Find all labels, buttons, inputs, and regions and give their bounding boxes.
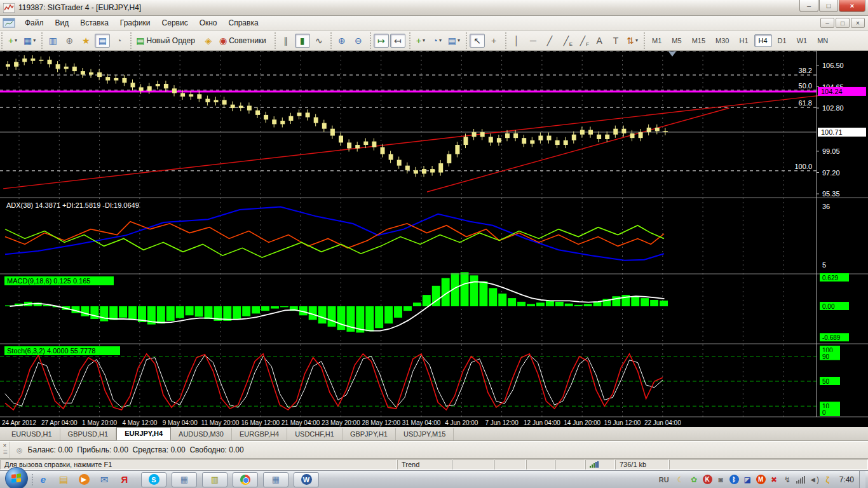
start-button[interactable] xyxy=(5,467,28,488)
terminal-close-button[interactable]: × xyxy=(3,442,6,449)
restore-button[interactable]: □ xyxy=(819,0,838,12)
timeframe-h1[interactable]: H1 xyxy=(735,34,752,47)
expert-warning-button[interactable]: ◈ xyxy=(201,34,216,48)
tab-usdjpy-m15[interactable]: USDJPY,M15 xyxy=(396,428,454,440)
zoom-out-button[interactable]: ⊖ xyxy=(351,34,366,48)
show-desktop-button[interactable] xyxy=(859,471,865,488)
menu-item-0[interactable]: Файл xyxy=(19,17,50,29)
media-player-icon[interactable]: ▶ xyxy=(76,472,92,487)
kaspersky-icon[interactable]: K xyxy=(702,473,714,485)
timeframe-m1[interactable]: M1 xyxy=(648,34,666,47)
explorer-folder-icon[interactable]: ▤ xyxy=(55,472,72,487)
tab-eurgbp-h4[interactable]: EURGBP,H4 xyxy=(232,428,287,440)
fibonacci-button[interactable]: ╱F xyxy=(575,34,590,48)
timeframe-h4[interactable]: H4 xyxy=(754,34,772,47)
bluetooth-icon[interactable]: ᛒ xyxy=(728,473,740,485)
close-button[interactable]: × xyxy=(839,0,865,12)
status-template-name[interactable]: Trend xyxy=(397,459,452,470)
navigator-button[interactable]: ★ xyxy=(78,34,93,48)
ie-icon[interactable]: e xyxy=(35,472,51,487)
screenshot-icon[interactable]: ◙ xyxy=(715,473,727,485)
terminal-grip[interactable]: ☰ xyxy=(3,449,6,455)
zoom-in-button[interactable]: ⊕ xyxy=(334,34,349,48)
app-icon xyxy=(3,3,15,13)
tab-eurjpy-h4[interactable]: EURJPY,H4 xyxy=(116,427,171,440)
dropdown-arrow-icon: ▾ xyxy=(439,37,442,43)
mailru-agent-icon[interactable]: M xyxy=(755,473,767,485)
power-plug-icon[interactable]: ↯ xyxy=(782,473,794,485)
menu-items: ФайлВидВставкаГрафикиСервисОкноСправка xyxy=(19,17,264,29)
arrows-button[interactable]: ⇅▾ xyxy=(625,34,640,48)
word-task[interactable]: W xyxy=(294,472,319,487)
taskbar-clock[interactable]: 7:40 xyxy=(839,475,854,484)
tab-eurusd-h1[interactable]: EURUSD,H1 xyxy=(4,428,60,440)
vertical-line-button[interactable]: │ xyxy=(509,34,524,48)
child-restore-button[interactable]: □ xyxy=(836,18,850,28)
app-window2-task[interactable]: ▦ xyxy=(263,472,288,487)
terminal-button[interactable]: ▤ xyxy=(95,34,110,48)
menu-item-5[interactable]: Окно xyxy=(194,17,223,29)
new-order-button[interactable]: ▤Новый Ордер xyxy=(134,34,200,48)
child-minimize-button[interactable]: – xyxy=(820,18,834,28)
timeframe-mn[interactable]: MN xyxy=(813,34,832,47)
cursor-button[interactable]: ↖ xyxy=(470,34,485,48)
signal-bars-icon[interactable] xyxy=(795,473,807,485)
text-label-button[interactable]: T xyxy=(608,34,623,48)
text-button[interactable]: A xyxy=(592,34,607,48)
chrome-task[interactable] xyxy=(233,472,258,487)
auto-scroll-button[interactable]: ↦ xyxy=(374,34,389,48)
dragon-icon[interactable]: ζ xyxy=(822,473,834,485)
language-indicator[interactable]: RU xyxy=(659,476,669,484)
icq-icon[interactable]: ✿ xyxy=(688,473,700,485)
timeframe-m30[interactable]: M30 xyxy=(711,34,733,47)
new-chart-button[interactable]: +▾ xyxy=(5,34,20,48)
indicators-button[interactable]: +▾ xyxy=(413,34,428,48)
tab-audusd-m30[interactable]: AUDUSD,M30 xyxy=(171,428,232,440)
volume-icon[interactable]: ◄) xyxy=(808,473,820,485)
skype-task[interactable]: S xyxy=(141,472,166,487)
menu-item-6[interactable]: Справка xyxy=(223,17,264,29)
menu-item-4[interactable]: Сервис xyxy=(156,17,194,29)
tab-usdchf-h1[interactable]: USDCHF,H1 xyxy=(287,428,342,440)
dropdown-arrow-icon: ▾ xyxy=(33,37,36,43)
market-watch-button[interactable]: ▥ xyxy=(45,34,60,48)
network-error-icon[interactable]: ✖ xyxy=(768,473,780,485)
chart-canvas[interactable]: 23.638.250.061.8100.0ADX(38) 14.3871 +DI… xyxy=(0,51,868,427)
vertical-line-icon: │ xyxy=(514,36,520,45)
app-blue-icon[interactable]: ◪ xyxy=(742,473,754,485)
horizontal-line-button[interactable]: ─ xyxy=(526,34,541,48)
mailru-agent-icon-glyph: M xyxy=(756,475,766,484)
strategy-tester-button[interactable]: ◔ xyxy=(111,34,126,48)
profiles-button[interactable]: ▦▾ xyxy=(22,34,37,48)
toolbar-group-7: ↖+ xyxy=(466,32,504,49)
crosshair-button[interactable]: + xyxy=(486,34,501,48)
child-close-button[interactable]: × xyxy=(851,18,865,28)
menu-item-1[interactable]: Вид xyxy=(50,17,75,29)
tab-gbpjpy-h1[interactable]: GBPJPY,H1 xyxy=(342,428,396,440)
menu-item-2[interactable]: Вставка xyxy=(74,17,114,29)
timeframe-w1[interactable]: W1 xyxy=(792,34,812,47)
trading-terminal-task[interactable]: ▥ xyxy=(202,472,227,487)
menu-item-3[interactable]: Графики xyxy=(114,17,156,29)
timeframe-m15[interactable]: M15 xyxy=(688,34,710,47)
mail-icon[interactable]: ✉ xyxy=(96,472,112,487)
line-chart-button[interactable]: ∿ xyxy=(311,34,327,48)
minimize-button[interactable]: – xyxy=(799,0,818,12)
dropdown-arrow-icon: ▾ xyxy=(458,37,460,43)
templates-button[interactable]: ▤▾ xyxy=(446,34,462,48)
app-window-task[interactable]: ▦ xyxy=(172,472,197,487)
equidistant-channel-button[interactable]: ╱E xyxy=(559,34,574,48)
timeframe-d1[interactable]: D1 xyxy=(773,34,791,47)
bar-chart-button[interactable]: ∥ xyxy=(278,34,294,48)
periods-button[interactable]: ◔▾ xyxy=(430,34,445,48)
candlestick-chart-button[interactable]: ▮ xyxy=(295,34,310,48)
tab-gbpusd-h1[interactable]: GBPUSD,H1 xyxy=(60,428,117,440)
clock-moon-icon[interactable]: ☾ xyxy=(675,473,687,485)
trendline-button[interactable]: ╱ xyxy=(542,34,557,48)
advisors-button[interactable]: ◉Советники xyxy=(217,34,271,48)
data-window-button[interactable]: ⊕ xyxy=(62,34,77,48)
timeframe-m5[interactable]: M5 xyxy=(667,34,686,47)
svg-text:102.80: 102.80 xyxy=(822,104,844,112)
chart-shift-button[interactable]: ↤ xyxy=(390,34,405,48)
yandex-icon[interactable]: Я xyxy=(116,472,133,487)
